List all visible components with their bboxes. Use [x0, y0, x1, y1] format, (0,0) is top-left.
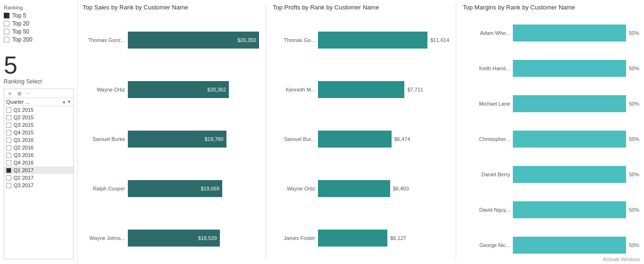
table-row: Wayne Johns... $18,539	[83, 230, 259, 247]
ranking-item-top50[interactable]: Top 50	[4, 28, 74, 35]
table-row: Samuel Burke $19,780	[83, 131, 259, 148]
slicer-item-label-q2-2016: Q2 2016	[14, 145, 33, 150]
sort-desc-icon[interactable]: ▼	[67, 99, 71, 104]
table-row: David Nguy... 50%	[463, 201, 639, 218]
slicer-item-q2-2016[interactable]: Q2 2016	[4, 144, 73, 151]
cb-q3-2015[interactable]	[6, 123, 11, 128]
ranking-label: Ranking	[4, 5, 74, 10]
sort-asc-icon[interactable]: ▲	[62, 99, 66, 104]
cb-q2-2015[interactable]	[6, 115, 11, 120]
profits-bar-0	[318, 32, 427, 49]
slicer-item-q4-2015[interactable]: Q4 2015	[4, 129, 73, 136]
slicer-item-label-q4-2016: Q4 2016	[14, 160, 33, 165]
profits-bar-label-1: Kenneth M...	[273, 87, 315, 92]
checkbox-top5[interactable]	[4, 13, 9, 18]
margins-bar-container-2: 50%	[513, 95, 639, 112]
bar-4: $18,539	[128, 230, 220, 247]
cb-q3-2016[interactable]	[6, 153, 11, 158]
bar-container-0: $26,350	[128, 32, 259, 49]
cb-q2-2017[interactable]	[6, 175, 11, 181]
margins-bar-2	[513, 95, 626, 112]
table-row: Thomas Go... $11,614	[273, 32, 449, 49]
table-row: George Nic... 50%	[463, 237, 639, 254]
bar-label-1: Wayne Ortiz	[83, 87, 125, 92]
margins-bar-6	[513, 237, 626, 254]
slicer-sort-icons[interactable]: ▲ ▼	[62, 99, 71, 104]
margins-bar-label-4: Daniel Berry	[463, 172, 510, 177]
profits-bar-1	[318, 81, 404, 98]
margins-bar-label-5: David Nguy...	[463, 207, 510, 213]
slicer-item-q1-2017[interactable]: Q1 2017	[4, 166, 73, 174]
slicer-grid-icon[interactable]: ⊞	[16, 91, 23, 96]
checkbox-top200[interactable]	[4, 37, 9, 42]
ranking-item-top5[interactable]: Top 5	[4, 12, 74, 19]
slicer-item-q1-2015[interactable]: Q1 2015	[4, 106, 73, 114]
margins-bar-label-0: Adam Whe...	[463, 30, 510, 36]
bar-value-0: $26,350	[237, 37, 256, 43]
margins-bar-0	[513, 25, 626, 41]
slicer-item-q2-2015[interactable]: Q2 2015	[4, 114, 73, 121]
big-number: 5	[4, 53, 74, 77]
cb-q3-2017[interactable]	[6, 183, 11, 188]
margins-bar-chart: Adam Whe... 50% Keith Hamil... 50% Micha…	[463, 17, 639, 260]
bar-label-3: Ralph Cooper	[83, 186, 125, 191]
cb-q2-2016[interactable]	[6, 145, 11, 150]
profits-bar-chart: Thomas Go... $11,614 Kenneth M... $7,711…	[273, 17, 449, 260]
table-row: Kenneth M... $7,711	[273, 81, 449, 98]
margins-bar-value-0: 50%	[629, 30, 639, 36]
bar-container-4: $18,539	[128, 230, 259, 247]
slicer-item-q3-2016[interactable]: Q3 2016	[4, 151, 73, 159]
slicer-item-label-q3-2016: Q3 2016	[14, 152, 33, 158]
profits-bar-label-3: Wayne Ortiz	[273, 186, 315, 191]
profits-bar-label-0: Thomas Go...	[273, 37, 315, 43]
ranking-item-top50-label: Top 50	[12, 28, 29, 35]
slicer-item-q1-2016[interactable]: Q1 2016	[4, 136, 73, 144]
profits-bar-3	[318, 180, 390, 197]
table-row: Samuel Bur... $6,474	[273, 131, 449, 148]
slicer-list-icon[interactable]: ≡	[6, 91, 14, 96]
table-row: James Foster $6,127	[273, 230, 449, 247]
slicer-more-icon[interactable]: ···	[25, 91, 33, 96]
slicer-item-label-q1-2016: Q1 2016	[14, 137, 33, 143]
cb-q4-2015[interactable]	[6, 130, 11, 135]
cb-q1-2016[interactable]	[6, 138, 11, 143]
bar-label-0: Thomas Gonz...	[83, 37, 125, 43]
bar-container-2: $19,780	[128, 131, 259, 148]
table-row: Wayne Ortiz $6,403	[273, 180, 449, 197]
ranking-select-label: Ranking Select	[4, 78, 74, 85]
bar-3: $19,069	[128, 180, 222, 197]
cb-q1-2015[interactable]	[6, 107, 11, 113]
margins-bar-3	[513, 131, 626, 148]
checkbox-top20[interactable]	[4, 21, 9, 26]
slicer-item-q3-2017[interactable]: Q3 2017	[4, 182, 73, 189]
profits-bar-value-0: $11,614	[430, 37, 449, 43]
checkbox-top50[interactable]	[4, 29, 9, 34]
margins-bar-container-0: 50%	[513, 25, 639, 41]
sales-bar-chart: Thomas Gonz... $26,350 Wayne Ortiz $20,3…	[83, 17, 259, 260]
margins-bar-label-3: Christopher...	[463, 136, 510, 142]
margins-bar-container-6: 50%	[513, 237, 639, 254]
profits-bar-container-3: $6,403	[318, 180, 449, 197]
profits-chart-section: Top Profts by Rank by Customer Name Thom…	[268, 4, 454, 260]
margins-bar-value-1: 50%	[629, 66, 639, 71]
table-row: Wayne Ortiz $20,362	[83, 81, 259, 98]
cb-q1-2017[interactable]	[6, 168, 11, 173]
slicer-item-label-q3-2017: Q3 2017	[14, 182, 33, 188]
margins-bar-container-1: 50%	[513, 60, 639, 77]
slicer-item-q2-2017[interactable]: Q2 2017	[4, 174, 73, 182]
cb-q4-2016[interactable]	[6, 160, 11, 165]
slicer-panel: ≡ ⊞ ··· Quarter ... ▲ ▼ Q1 2015 Q2 2015 …	[4, 89, 74, 259]
slicer-item-q4-2016[interactable]: Q4 2016	[4, 159, 73, 166]
slicer-item-q3-2015[interactable]: Q3 2015	[4, 121, 73, 129]
ranking-item-top200[interactable]: Top 200	[4, 36, 74, 43]
margins-bar-5	[513, 201, 626, 218]
ranking-item-top20[interactable]: Top 20	[4, 20, 74, 27]
left-panel: Ranking Top 5 Top 20 Top 50 Top 200 5 Ra…	[0, 0, 78, 264]
divider-1	[266, 4, 266, 260]
bar-label-2: Samuel Burke	[83, 136, 125, 142]
profits-bar-2	[318, 131, 392, 148]
margins-bar-4	[513, 166, 626, 183]
margins-chart-title: Top Margins by Rank by Customer Name	[463, 4, 639, 11]
margins-bar-container-3: 50%	[513, 131, 639, 148]
table-row: Keith Hamil... 50%	[463, 60, 639, 77]
